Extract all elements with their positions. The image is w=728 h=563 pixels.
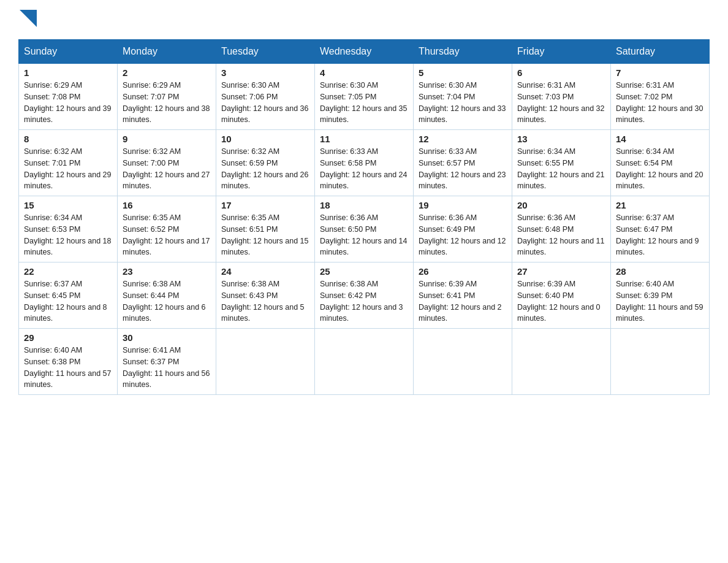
day-number: 14 [616,134,704,144]
calendar-week-row: 22 Sunrise: 6:37 AMSunset: 6:45 PMDaylig… [19,262,710,329]
day-info: Sunrise: 6:36 AMSunset: 6:48 PMDaylight:… [517,213,604,256]
day-number: 27 [517,266,605,277]
day-info: Sunrise: 6:37 AMSunset: 6:45 PMDaylight:… [24,280,107,323]
day-info: Sunrise: 6:38 AMSunset: 6:44 PMDaylight:… [123,280,206,323]
calendar-cell: 7 Sunrise: 6:31 AMSunset: 7:02 PMDayligh… [611,64,710,130]
logo [18,12,37,27]
day-number: 4 [320,67,408,78]
calendar-cell: 16 Sunrise: 6:35 AMSunset: 6:52 PMDaylig… [118,196,216,262]
day-number: 18 [320,200,408,210]
day-info: Sunrise: 6:39 AMSunset: 6:41 PMDaylight:… [419,280,502,323]
day-number: 3 [221,67,309,78]
calendar-cell: 3 Sunrise: 6:30 AMSunset: 7:06 PMDayligh… [216,64,315,130]
header-thursday: Thursday [414,40,512,64]
day-number: 9 [123,134,211,144]
calendar-cell: 15 Sunrise: 6:34 AMSunset: 6:53 PMDaylig… [19,196,118,262]
header-monday: Monday [118,40,216,64]
day-info: Sunrise: 6:32 AMSunset: 7:01 PMDaylight:… [24,147,111,190]
day-number: 28 [616,266,704,277]
day-info: Sunrise: 6:35 AMSunset: 6:51 PMDaylight:… [221,213,308,256]
calendar-cell: 1 Sunrise: 6:29 AMSunset: 7:08 PMDayligh… [19,64,118,130]
day-number: 22 [24,266,112,277]
calendar-cell: 24 Sunrise: 6:38 AMSunset: 6:43 PMDaylig… [216,262,315,329]
calendar-cell: 14 Sunrise: 6:34 AMSunset: 6:54 PMDaylig… [611,130,710,196]
day-info: Sunrise: 6:40 AMSunset: 6:39 PMDaylight:… [616,280,703,323]
calendar-cell: 25 Sunrise: 6:38 AMSunset: 6:42 PMDaylig… [315,262,414,329]
calendar-cell: 5 Sunrise: 6:30 AMSunset: 7:04 PMDayligh… [414,64,512,130]
day-info: Sunrise: 6:33 AMSunset: 6:58 PMDaylight:… [320,147,407,190]
day-number: 19 [419,200,507,210]
day-number: 10 [221,134,309,144]
day-info: Sunrise: 6:38 AMSunset: 6:43 PMDaylight:… [221,280,305,323]
header-tuesday: Tuesday [216,40,315,64]
day-info: Sunrise: 6:30 AMSunset: 7:05 PMDaylight:… [320,81,407,124]
day-info: Sunrise: 6:32 AMSunset: 7:00 PMDaylight:… [123,147,210,190]
header-wednesday: Wednesday [315,40,414,64]
calendar-cell: 29 Sunrise: 6:40 AMSunset: 6:38 PMDaylig… [19,329,118,395]
calendar-cell: 30 Sunrise: 6:41 AMSunset: 6:37 PMDaylig… [118,329,216,395]
day-info: Sunrise: 6:41 AMSunset: 6:37 PMDaylight:… [123,346,210,389]
day-info: Sunrise: 6:37 AMSunset: 6:47 PMDaylight:… [616,213,699,256]
day-number: 29 [24,332,112,343]
calendar-cell: 9 Sunrise: 6:32 AMSunset: 7:00 PMDayligh… [118,130,216,196]
calendar-cell: 2 Sunrise: 6:29 AMSunset: 7:07 PMDayligh… [118,64,216,130]
day-number: 23 [123,266,211,277]
day-number: 7 [616,67,704,78]
calendar-cell [611,329,710,395]
day-info: Sunrise: 6:30 AMSunset: 7:06 PMDaylight:… [221,81,308,124]
calendar-cell: 20 Sunrise: 6:36 AMSunset: 6:48 PMDaylig… [512,196,611,262]
day-info: Sunrise: 6:34 AMSunset: 6:55 PMDaylight:… [517,147,604,190]
calendar-cell: 4 Sunrise: 6:30 AMSunset: 7:05 PMDayligh… [315,64,414,130]
day-info: Sunrise: 6:39 AMSunset: 6:40 PMDaylight:… [517,280,601,323]
calendar-cell: 10 Sunrise: 6:32 AMSunset: 6:59 PMDaylig… [216,130,315,196]
calendar-cell: 23 Sunrise: 6:38 AMSunset: 6:44 PMDaylig… [118,262,216,329]
day-info: Sunrise: 6:35 AMSunset: 6:52 PMDaylight:… [123,213,210,256]
calendar-cell [216,329,315,395]
day-info: Sunrise: 6:36 AMSunset: 6:49 PMDaylight:… [419,213,506,256]
calendar-cell: 28 Sunrise: 6:40 AMSunset: 6:39 PMDaylig… [611,262,710,329]
day-info: Sunrise: 6:38 AMSunset: 6:42 PMDaylight:… [320,280,403,323]
header-saturday: Saturday [611,40,710,64]
calendar-cell [315,329,414,395]
calendar-cell: 11 Sunrise: 6:33 AMSunset: 6:58 PMDaylig… [315,130,414,196]
calendar-cell: 21 Sunrise: 6:37 AMSunset: 6:47 PMDaylig… [611,196,710,262]
day-number: 25 [320,266,408,277]
day-info: Sunrise: 6:40 AMSunset: 6:38 PMDaylight:… [24,346,111,389]
day-info: Sunrise: 6:36 AMSunset: 6:50 PMDaylight:… [320,213,407,256]
calendar-cell: 26 Sunrise: 6:39 AMSunset: 6:41 PMDaylig… [414,262,512,329]
day-number: 26 [419,266,507,277]
day-info: Sunrise: 6:34 AMSunset: 6:54 PMDaylight:… [616,147,703,190]
day-info: Sunrise: 6:30 AMSunset: 7:04 PMDaylight:… [419,81,506,124]
calendar-cell: 17 Sunrise: 6:35 AMSunset: 6:51 PMDaylig… [216,196,315,262]
day-number: 8 [24,134,112,144]
day-info: Sunrise: 6:29 AMSunset: 7:08 PMDaylight:… [24,81,111,124]
calendar-cell [512,329,611,395]
calendar-header-row: SundayMondayTuesdayWednesdayThursdayFrid… [19,40,710,64]
day-number: 21 [616,200,704,210]
calendar-cell: 6 Sunrise: 6:31 AMSunset: 7:03 PMDayligh… [512,64,611,130]
header-sunday: Sunday [19,40,118,64]
calendar-cell: 19 Sunrise: 6:36 AMSunset: 6:49 PMDaylig… [414,196,512,262]
day-info: Sunrise: 6:29 AMSunset: 7:07 PMDaylight:… [123,81,210,124]
calendar-week-row: 8 Sunrise: 6:32 AMSunset: 7:01 PMDayligh… [19,130,710,196]
day-number: 30 [123,332,211,343]
day-number: 13 [517,134,605,144]
day-info: Sunrise: 6:34 AMSunset: 6:53 PMDaylight:… [24,213,111,256]
page-header [18,12,710,27]
day-info: Sunrise: 6:31 AMSunset: 7:02 PMDaylight:… [616,81,703,124]
header-friday: Friday [512,40,611,64]
day-number: 6 [517,67,605,78]
calendar-cell: 8 Sunrise: 6:32 AMSunset: 7:01 PMDayligh… [19,130,118,196]
day-info: Sunrise: 6:33 AMSunset: 6:57 PMDaylight:… [419,147,506,190]
day-number: 16 [123,200,211,210]
calendar-cell: 12 Sunrise: 6:33 AMSunset: 6:57 PMDaylig… [414,130,512,196]
logo-triangle-icon [20,10,37,27]
day-number: 17 [221,200,309,210]
day-number: 24 [221,266,309,277]
day-info: Sunrise: 6:31 AMSunset: 7:03 PMDaylight:… [517,81,604,124]
day-number: 11 [320,134,408,144]
calendar-cell: 22 Sunrise: 6:37 AMSunset: 6:45 PMDaylig… [19,262,118,329]
day-number: 12 [419,134,507,144]
svg-marker-0 [20,10,37,27]
day-number: 20 [517,200,605,210]
